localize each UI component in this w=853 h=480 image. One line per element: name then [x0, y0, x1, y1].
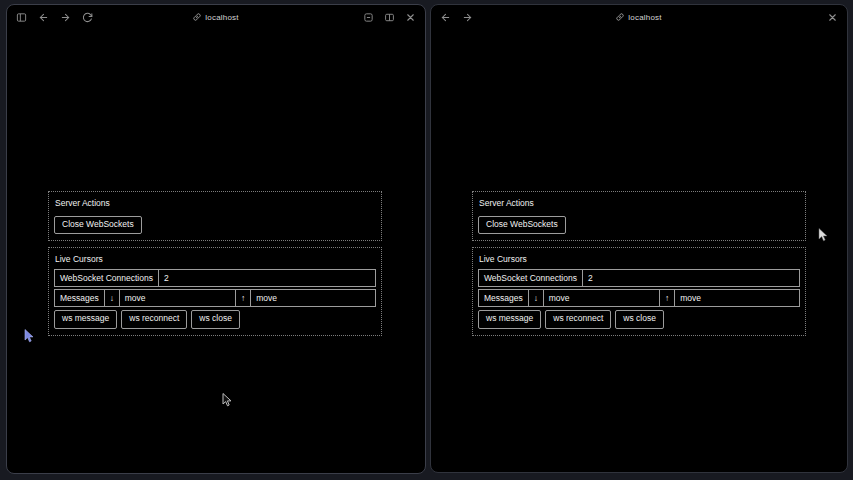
ws-reconnect-button[interactable]: ws reconnect — [121, 310, 187, 328]
connections-label: WebSocket Connections — [55, 270, 159, 286]
browser-window-right: localhost Server Actions Close WebSocket… — [430, 4, 848, 473]
messages-row: Messages ↓ move ↑ move — [478, 289, 800, 307]
ws-buttons-row: ws message ws reconnect ws close — [54, 310, 376, 328]
split-view-icon[interactable] — [384, 12, 395, 23]
server-actions-legend: Server Actions — [55, 198, 377, 208]
page-title: localhost — [628, 13, 661, 22]
ws-reconnect-button[interactable]: ws reconnect — [545, 310, 611, 328]
titlebar-left-controls — [440, 12, 473, 23]
titlebar: localhost — [7, 5, 425, 26]
close-icon[interactable] — [405, 12, 416, 23]
back-icon[interactable] — [38, 12, 49, 23]
ws-message-button[interactable]: ws message — [54, 310, 117, 328]
live-cursors-legend: Live Cursors — [479, 254, 801, 264]
forward-icon[interactable] — [60, 12, 71, 23]
connections-label: WebSocket Connections — [479, 270, 583, 286]
ws-buttons-row: ws message ws reconnect ws close — [478, 310, 800, 328]
titlebar-right-controls — [827, 12, 838, 23]
received-arrow-icon: ↑ — [660, 290, 675, 306]
link-icon — [616, 13, 624, 21]
connections-value: 2 — [583, 270, 799, 286]
server-actions-panel: Server Actions Close WebSockets — [48, 191, 382, 241]
forward-icon[interactable] — [462, 12, 473, 23]
reader-icon[interactable] — [363, 12, 374, 23]
received-last-message: move — [251, 290, 375, 306]
page-title: localhost — [205, 13, 238, 22]
reload-icon[interactable] — [82, 12, 93, 23]
back-icon[interactable] — [440, 12, 451, 23]
sent-last-message: move — [120, 290, 236, 306]
ws-close-button[interactable]: ws close — [615, 310, 664, 328]
close-icon[interactable] — [827, 12, 838, 23]
page-content: Server Actions Close WebSockets Live Cur… — [472, 191, 806, 336]
sent-arrow-icon: ↓ — [529, 290, 544, 306]
live-cursors-legend: Live Cursors — [55, 254, 377, 264]
messages-label: Messages — [479, 290, 529, 306]
titlebar: localhost — [431, 5, 847, 26]
sent-arrow-icon: ↓ — [105, 290, 120, 306]
link-icon — [193, 13, 201, 21]
sidebar-icon[interactable] — [16, 12, 27, 23]
page-content: Server Actions Close WebSockets Live Cur… — [48, 191, 382, 336]
server-actions-panel: Server Actions Close WebSockets — [472, 191, 806, 241]
address-title: localhost — [431, 8, 847, 26]
titlebar-right-controls — [363, 12, 416, 23]
ws-close-button[interactable]: ws close — [191, 310, 240, 328]
received-arrow-icon: ↑ — [236, 290, 251, 306]
connections-value: 2 — [159, 270, 375, 286]
sent-last-message: move — [544, 290, 660, 306]
received-last-message: move — [675, 290, 799, 306]
server-actions-legend: Server Actions — [479, 198, 801, 208]
connections-row: WebSocket Connections 2 — [478, 269, 800, 287]
close-websockets-button[interactable]: Close WebSockets — [478, 216, 566, 234]
live-cursors-panel: Live Cursors WebSocket Connections 2 Mes… — [48, 247, 382, 335]
titlebar-left-controls — [16, 12, 93, 23]
messages-row: Messages ↓ move ↑ move — [54, 289, 376, 307]
close-websockets-button[interactable]: Close WebSockets — [54, 216, 142, 234]
browser-window-left: localhost Server Actions Close WebSocket… — [6, 4, 426, 474]
messages-label: Messages — [55, 290, 105, 306]
connections-row: WebSocket Connections 2 — [54, 269, 376, 287]
ws-message-button[interactable]: ws message — [478, 310, 541, 328]
live-cursors-panel: Live Cursors WebSocket Connections 2 Mes… — [472, 247, 806, 335]
